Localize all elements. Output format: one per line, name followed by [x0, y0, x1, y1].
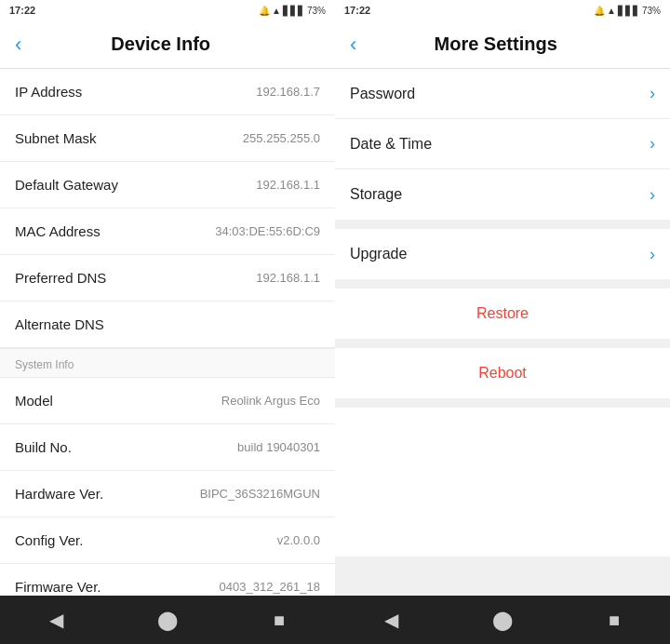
- more-settings-panel: 17:22 🔔 ▲ ▋▋▋ 73% ‹ More Settings Passwo…: [335, 0, 670, 644]
- subnet-mask-value: 255.255.255.0: [243, 131, 320, 145]
- wifi-icon: ▲: [272, 6, 281, 16]
- build-no-label: Build No.: [15, 439, 72, 455]
- left-page-title: Device Info: [29, 34, 292, 55]
- ip-address-row: IP Address 192.168.1.7: [0, 69, 335, 115]
- reboot-label: Reboot: [478, 365, 527, 382]
- password-chevron-icon: ›: [650, 84, 655, 103]
- config-ver-label: Config Ver.: [15, 532, 83, 548]
- password-label: Password: [350, 86, 415, 102]
- preferred-dns-row: Preferred DNS 192.168.1.1: [0, 255, 335, 302]
- reboot-button[interactable]: Reboot: [335, 348, 670, 398]
- left-app-bar: ‹ Device Info: [0, 20, 335, 69]
- mac-address-value: 34:03:DE:55:6D:C9: [215, 224, 320, 238]
- build-no-row: Build No. build 19040301: [0, 424, 335, 471]
- hardware-ver-value: BIPC_36S3216MGUN: [200, 487, 320, 501]
- right-recent-button[interactable]: ■: [594, 599, 635, 640]
- mac-address-row: MAC Address 34:03:DE:55:6D:C9: [0, 208, 335, 255]
- ip-address-value: 192.168.1.7: [256, 85, 320, 99]
- right-app-bar: ‹ More Settings: [335, 20, 670, 69]
- left-time: 17:22: [9, 5, 35, 16]
- signal-icon: ▋▋▋: [283, 6, 305, 16]
- system-info-header: System Info: [0, 348, 335, 378]
- left-recent-button[interactable]: ■: [259, 599, 300, 640]
- upgrade-chevron-icon: ›: [650, 245, 655, 264]
- right-wifi-icon: ▲: [607, 6, 616, 16]
- network-section: IP Address 192.168.1.7 Subnet Mask 255.2…: [0, 69, 335, 348]
- build-no-value: build 19040301: [237, 440, 320, 454]
- left-home-button[interactable]: ⬤: [147, 599, 188, 640]
- device-info-panel: 17:22 🔔 ▲ ▋▋▋ 73% ‹ Device Info IP Addre…: [0, 0, 335, 644]
- right-notification-icon: 🔔: [594, 6, 605, 16]
- right-status-icons: 🔔 ▲ ▋▋▋ 73%: [594, 6, 661, 16]
- hardware-ver-label: Hardware Ver.: [15, 486, 103, 502]
- subnet-mask-row: Subnet Mask 255.255.255.0: [0, 115, 335, 162]
- right-page-title: More Settings: [364, 34, 627, 55]
- config-ver-value: v2.0.0.0: [277, 533, 320, 547]
- password-item[interactable]: Password ›: [335, 69, 670, 119]
- right-back-nav-button[interactable]: ◀: [370, 599, 411, 640]
- alternate-dns-row: Alternate DNS: [0, 302, 335, 348]
- date-time-label: Date & Time: [350, 136, 432, 153]
- more-settings-content: Password › Date & Time › Storage › Upgra…: [335, 69, 670, 596]
- right-status-bar: 17:22 🔔 ▲ ▋▋▋ 73%: [335, 0, 670, 20]
- model-row: Model Reolink Argus Eco: [0, 378, 335, 424]
- restore-button[interactable]: Restore: [335, 288, 670, 339]
- default-gateway-row: Default Gateway 192.168.1.1: [0, 162, 335, 208]
- right-back-button[interactable]: ‹: [350, 34, 356, 55]
- notification-icon: 🔔: [259, 6, 270, 16]
- settings-group-2: Upgrade ›: [335, 229, 670, 279]
- left-back-nav-button[interactable]: ◀: [35, 599, 76, 640]
- upgrade-item[interactable]: Upgrade ›: [335, 229, 670, 279]
- settings-group-1: Password › Date & Time › Storage ›: [335, 69, 670, 220]
- right-home-button[interactable]: ⬤: [482, 599, 523, 640]
- firmware-ver-value: 0403_312_261_18: [220, 580, 320, 594]
- mac-address-label: MAC Address: [15, 223, 100, 239]
- firmware-ver-label: Firmware Ver.: [15, 579, 101, 595]
- storage-item[interactable]: Storage ›: [335, 169, 670, 220]
- restore-label: Restore: [476, 305, 529, 322]
- subnet-mask-label: Subnet Mask: [15, 130, 97, 146]
- left-status-icons: 🔔 ▲ ▋▋▋ 73%: [259, 6, 326, 16]
- right-signal-icon: ▋▋▋: [618, 6, 640, 16]
- left-nav-bar: ◀ ⬤ ■: [0, 596, 335, 644]
- firmware-ver-row: Firmware Ver. 0403_312_261_18: [0, 564, 335, 596]
- hardware-ver-row: Hardware Ver. BIPC_36S3216MGUN: [0, 471, 335, 517]
- default-gateway-label: Default Gateway: [15, 177, 118, 193]
- left-status-bar: 17:22 🔔 ▲ ▋▋▋ 73%: [0, 0, 335, 20]
- model-value: Reolink Argus Eco: [221, 394, 320, 408]
- alternate-dns-label: Alternate DNS: [15, 316, 104, 332]
- date-time-chevron-icon: ›: [650, 134, 655, 154]
- ip-address-label: IP Address: [15, 84, 82, 100]
- preferred-dns-label: Preferred DNS: [15, 270, 106, 286]
- config-ver-row: Config Ver. v2.0.0.0: [0, 517, 335, 564]
- storage-label: Storage: [350, 186, 402, 203]
- right-battery: 73%: [642, 6, 661, 16]
- right-time: 17:22: [344, 5, 370, 16]
- upgrade-label: Upgrade: [350, 246, 407, 262]
- right-nav-bar: ◀ ⬤ ■: [335, 596, 670, 644]
- empty-space: [335, 408, 670, 557]
- left-battery: 73%: [307, 6, 326, 16]
- default-gateway-value: 192.168.1.1: [256, 178, 320, 192]
- left-back-button[interactable]: ‹: [15, 34, 21, 55]
- system-section: Model Reolink Argus Eco Build No. build …: [0, 378, 335, 596]
- storage-chevron-icon: ›: [650, 185, 655, 205]
- device-info-content: IP Address 192.168.1.7 Subnet Mask 255.2…: [0, 69, 335, 596]
- date-time-item[interactable]: Date & Time ›: [335, 119, 670, 169]
- preferred-dns-value: 192.168.1.1: [256, 271, 320, 285]
- model-label: Model: [15, 393, 53, 409]
